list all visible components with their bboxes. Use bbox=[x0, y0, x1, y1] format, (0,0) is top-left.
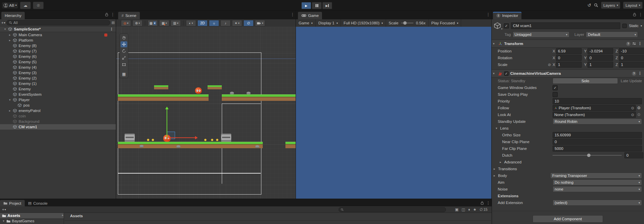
hierarchy-item-enemy[interactable]: Enemy bbox=[0, 86, 116, 92]
folder-item-bayatgames[interactable]: ▾ BayatGames bbox=[0, 218, 64, 224]
tab-console[interactable]: ▤ Console bbox=[25, 200, 51, 206]
object-picker-icon[interactable]: ⊙ bbox=[631, 106, 634, 110]
hierarchy-item-background[interactable]: Background bbox=[0, 119, 116, 124]
scale-y-field[interactable]: 1 bbox=[587, 62, 613, 68]
game-window-guides-checkbox[interactable]: ✓ bbox=[553, 85, 558, 90]
hierarchy-item-enemy-3[interactable]: Enemy (3) bbox=[0, 70, 116, 75]
search-icon[interactable] bbox=[594, 3, 598, 7]
solo-button[interactable]: Solo bbox=[553, 78, 618, 84]
favorites-icon[interactable]: ★ bbox=[473, 207, 476, 212]
resolution-dropdown[interactable]: Full HD (1920x1080)▾ bbox=[341, 19, 386, 27]
rock-sprite[interactable] bbox=[255, 145, 259, 148]
account-button[interactable]: AB ▾ bbox=[2, 2, 18, 8]
cloud-services-button[interactable]: ☁ bbox=[20, 2, 31, 9]
hierarchy-item-enemy-1[interactable]: Enemy (1) bbox=[0, 81, 116, 86]
step-button[interactable]: ▶ bbox=[322, 2, 332, 9]
hierarchy-item-enemypatrol[interactable]: ▸enemyPatrol bbox=[0, 108, 116, 113]
hidden-count-toggle[interactable]: ∅ 15 bbox=[479, 207, 488, 212]
rotation-y-field[interactable]: 0 bbox=[587, 55, 613, 61]
rect-tool[interactable] bbox=[121, 62, 127, 68]
label-icon[interactable]: ♦ bbox=[468, 207, 470, 211]
kebab-menu-icon[interactable]: ⋮ bbox=[291, 12, 295, 17]
play-focus-dropdown[interactable]: Play Focused▾ bbox=[428, 19, 461, 27]
hierarchy-item-samplescene[interactable]: ▾SampleScene*⋮ bbox=[0, 26, 116, 32]
scale-x-field[interactable]: 1 bbox=[556, 62, 582, 68]
slider-thumb[interactable] bbox=[587, 154, 591, 157]
camera-settings-dropdown[interactable]: ▾ bbox=[255, 20, 265, 26]
project-search-input[interactable] bbox=[339, 207, 446, 212]
aim-dropdown[interactable]: Do nothing▾ bbox=[553, 179, 642, 185]
foldout-closed-icon[interactable]: ▸ bbox=[494, 167, 497, 171]
presets-icon[interactable] bbox=[632, 42, 636, 45]
package-visibility-icon[interactable]: ◫ bbox=[461, 207, 465, 212]
coin-sprite[interactable] bbox=[204, 139, 207, 141]
kebab-menu-icon[interactable]: ⋮ bbox=[486, 201, 490, 205]
foldout-open-icon[interactable]: ▾ bbox=[3, 26, 7, 32]
static-flags-dropdown[interactable]: ▾ bbox=[641, 24, 642, 27]
move-gizmo-x-axis[interactable] bbox=[167, 137, 197, 138]
platform-ground[interactable] bbox=[118, 142, 263, 148]
hierarchy-item-main-camera[interactable]: ▸Main Camera bbox=[0, 32, 116, 38]
grid-visibility-dropdown[interactable]: ▦▾ bbox=[148, 20, 158, 26]
tab-scene[interactable]: # Scene bbox=[118, 12, 140, 19]
link-constraint-icon[interactable]: ⊘ bbox=[548, 63, 553, 67]
hierarchy-item-player[interactable]: ▾Player bbox=[0, 97, 116, 103]
foldout-closed-icon[interactable]: ▸ bbox=[7, 32, 12, 38]
rotate-tool[interactable] bbox=[121, 48, 127, 54]
priority-field[interactable]: 10 bbox=[553, 98, 642, 104]
move-gizmo-y-axis[interactable] bbox=[167, 108, 167, 138]
foldout-closed-icon[interactable]: ▸ bbox=[494, 174, 497, 177]
coin-sprite[interactable] bbox=[211, 139, 213, 141]
lock-icon[interactable] bbox=[105, 13, 108, 17]
platform-ground[interactable] bbox=[285, 142, 296, 148]
foldout-open-icon[interactable]: ▾ bbox=[7, 97, 12, 103]
hierarchy-item-coin[interactable]: coin bbox=[0, 113, 116, 119]
pause-button[interactable] bbox=[312, 2, 322, 9]
ortho-size-field[interactable]: 15.60999 bbox=[553, 132, 642, 138]
kebab-menu-icon[interactable]: ⋮ bbox=[638, 41, 642, 46]
history-icon[interactable]: ↺ bbox=[587, 3, 591, 8]
rock-sprite[interactable] bbox=[176, 145, 180, 148]
help-icon[interactable]: ? bbox=[632, 71, 636, 76]
hierarchy-item-enemy-4[interactable]: Enemy (4) bbox=[0, 65, 116, 70]
active-checkbox[interactable]: ✓ bbox=[504, 23, 509, 28]
frame-selected-icon[interactable]: ▣ bbox=[455, 207, 458, 212]
noise-dropdown[interactable]: none▾ bbox=[553, 186, 642, 192]
gameobject-icon[interactable]: ▾ bbox=[493, 21, 502, 30]
component-enabled-checkbox[interactable]: ✓ bbox=[504, 71, 509, 76]
kebab-menu-icon[interactable]: ⋮ bbox=[110, 26, 114, 32]
hidden-objects-toggle[interactable]: ∅ bbox=[243, 20, 254, 26]
floating-platform[interactable] bbox=[154, 85, 168, 89]
scale-z-field[interactable]: 1 bbox=[619, 62, 644, 68]
create-asset-button[interactable]: +▾ bbox=[2, 207, 6, 211]
rotation-z-field[interactable]: 0 bbox=[619, 55, 644, 61]
coin-sprite[interactable] bbox=[216, 139, 218, 141]
tool-settings-dropdown[interactable]: ◎▾ bbox=[121, 20, 131, 26]
help-icon[interactable]: ? bbox=[626, 42, 630, 46]
look-at-object-field[interactable]: None (Transform) ⊙ bbox=[553, 112, 636, 118]
turret-sprite[interactable] bbox=[125, 134, 135, 142]
body-dropdown[interactable]: Framing Transposer▾ bbox=[550, 173, 642, 179]
foldout-open-icon[interactable]: ▾ bbox=[496, 127, 499, 130]
foldout-open-icon[interactable]: ▾ bbox=[493, 72, 496, 75]
coin-sprite[interactable] bbox=[152, 139, 154, 141]
hierarchy-item-platform[interactable]: ▸Platform bbox=[0, 38, 116, 43]
move-tool[interactable] bbox=[121, 41, 127, 47]
folder-item-assets[interactable]: Assets bbox=[0, 213, 64, 218]
gear-icon[interactable]: ⚙ bbox=[636, 106, 642, 110]
kebab-menu-icon[interactable]: ⋮ bbox=[486, 12, 490, 17]
grid-snap-toggle[interactable]: ▦ bbox=[121, 71, 127, 77]
kebab-menu-icon[interactable]: ⋮ bbox=[111, 12, 115, 17]
standby-update-dropdown[interactable]: Round Robin▾ bbox=[553, 118, 642, 125]
rock-sprite[interactable] bbox=[230, 92, 234, 94]
tab-hierarchy[interactable]: Hierarchy bbox=[1, 12, 25, 19]
layer-dropdown[interactable]: Default▾ bbox=[586, 31, 638, 38]
tab-inspector[interactable]: i Inspector bbox=[493, 12, 521, 19]
gear-icon[interactable]: ⚙ bbox=[636, 112, 642, 117]
2d-mode-toggle[interactable]: 2D bbox=[197, 20, 208, 26]
follow-object-field[interactable]: Player (Transform) ⊙ bbox=[553, 105, 636, 111]
rotation-x-field[interactable]: 0 bbox=[556, 55, 582, 61]
foldout-open-icon[interactable]: ▾ bbox=[493, 42, 496, 45]
hierarchy-search-input[interactable]: All bbox=[6, 20, 110, 25]
lock-icon[interactable] bbox=[633, 13, 636, 17]
